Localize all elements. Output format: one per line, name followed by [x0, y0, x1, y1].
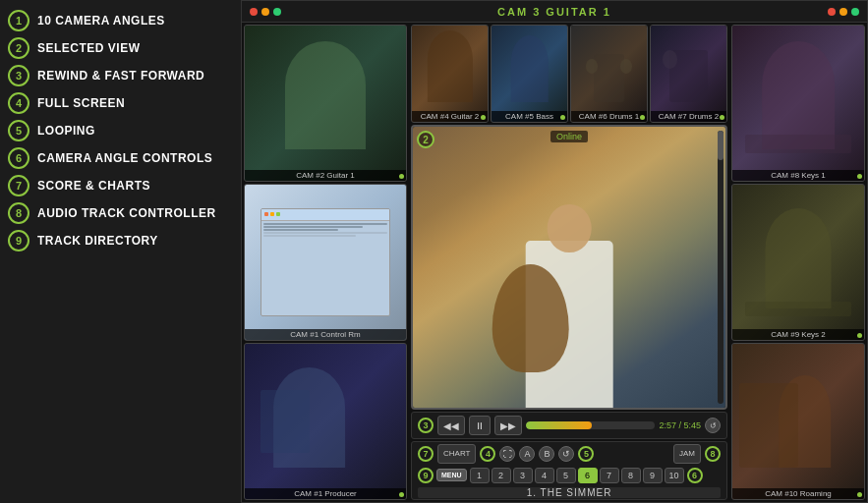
pause-button[interactable]: ⏸ [469, 416, 491, 435]
main-video-view[interactable]: Online 2 [411, 125, 727, 410]
cam-thumb-8[interactable]: CAM #8 Keys 1 [731, 25, 865, 182]
progress-bar[interactable] [526, 421, 655, 429]
cam-label-8: CAM #8 Keys 1 [732, 170, 864, 181]
sidebar-label-1: 10 CAMERA ANGLES [37, 14, 165, 28]
sidebar-item-7[interactable]: 7 SCORE & CHARTS [8, 175, 233, 196]
right-cam-column: CAM #8 Keys 1 CAM #9 Keys 2 CAM #10 Roam… [729, 23, 867, 502]
cam-num-btn-2[interactable]: 2 [492, 468, 511, 483]
sidebar-item-1[interactable]: 1 10 CAMERA ANGLES [8, 10, 233, 31]
cam-label-9: CAM #9 Keys 2 [732, 329, 864, 340]
cam-thumb-9[interactable]: CAM #9 Keys 2 [731, 184, 865, 341]
cam-label-10: CAM #10 Roaming [732, 488, 864, 499]
content-area: CAM #2 Guitar 1 [242, 23, 867, 502]
cam-thumb-6[interactable]: CAM #6 Drums 1 [570, 25, 648, 123]
cam-online-5 [560, 115, 565, 120]
cam-num-btn-8[interactable]: 8 [621, 468, 641, 483]
scrollbar-thumb [718, 131, 723, 160]
sidebar-item-4[interactable]: 4 FULL SCREEN [8, 92, 233, 114]
dot-green-r [851, 8, 859, 16]
main-scrollbar[interactable] [718, 131, 723, 404]
cam-label-control: CAM #1 Control Rm [245, 329, 406, 340]
cam-num-btn-10[interactable]: 10 [665, 468, 684, 483]
track-name-bar: 1. THE SIMMER [418, 487, 721, 498]
fullscreen-icon[interactable]: ⛶ [499, 446, 515, 462]
number-badge-4: 4 [480, 446, 495, 462]
sidebar-item-5[interactable]: 5 LOOPING [8, 120, 233, 141]
transport-controls: 3 ◀◀ ⏸ ▶▶ 2:57 / 5:45 ↺ [411, 412, 727, 439]
track-name: 1. THE SIMMER [527, 487, 612, 498]
play-button[interactable]: ▶▶ [494, 416, 522, 435]
time-display: 2:57 / 5:45 [659, 420, 701, 430]
loop-a-icon[interactable]: A [519, 446, 535, 462]
cam-label-producer: CAM #1 Producer [245, 488, 406, 499]
number-badge-6: 6 [687, 468, 703, 483]
cam-num-btn-7[interactable]: 7 [600, 468, 619, 483]
window-controls-right [828, 8, 859, 16]
cam-thumb-4[interactable]: CAM #4 Guitar 2 [411, 25, 489, 123]
cam-online-9 [857, 333, 862, 338]
sidebar-number-7: 7 [8, 175, 29, 196]
sidebar-item-8[interactable]: 8 AUDIO TRACK CONTROLLER [8, 202, 233, 224]
number-badge-7: 7 [418, 446, 434, 462]
sidebar-number-2: 2 [8, 37, 29, 59]
top-bar: CAM 3 GUITAR 1 [242, 1, 867, 23]
cam-online-8 [857, 174, 862, 179]
sidebar-number-4: 4 [8, 92, 29, 114]
cam-thumb-7[interactable]: CAM #7 Drums 2 [650, 25, 727, 123]
cam-num-btn-1[interactable]: 1 [470, 468, 490, 483]
sidebar-item-9[interactable]: 9 TRACK DIRECTORY [8, 230, 233, 252]
sidebar-number-1: 1 [8, 10, 29, 31]
sidebar-label-2: SELECTED VIEW [37, 41, 141, 55]
sidebar-item-2[interactable]: 2 SELECTED VIEW [8, 37, 233, 59]
sidebar-item-3[interactable]: 3 REWIND & FAST FORWARD [8, 65, 233, 86]
cam-label-2: CAM #2 Guitar 1 [245, 170, 406, 181]
jam-button[interactable]: JAM [673, 444, 701, 464]
sidebar-label-9: TRACK DIRECTORY [37, 234, 158, 248]
dot-yellow [261, 8, 269, 16]
loop-ab-icon[interactable]: ↺ [558, 446, 574, 462]
sidebar-number-5: 5 [8, 120, 29, 141]
cam-num-btn-6[interactable]: 6 [578, 468, 598, 483]
main-area: CAM 3 GUITAR 1 CAM #2 Guitar 1 [241, 0, 868, 503]
cam-thumb-2[interactable]: CAM #2 Guitar 1 [244, 25, 407, 182]
cam-label-7: CAM #7 Drums 2 [651, 111, 726, 122]
sidebar-number-6: 6 [8, 147, 29, 169]
cam-online-10 [857, 492, 862, 497]
cam-online-4 [481, 115, 486, 120]
sidebar-item-6[interactable]: 6 CAMERA ANGLE CONTROLS [8, 147, 233, 169]
center-area: CAM #4 Guitar 2 CAM #5 Bass [409, 23, 729, 502]
bottom-row-2: 9 MENU 12345678910 6 [418, 468, 721, 483]
sidebar-label-4: FULL SCREEN [37, 96, 125, 110]
dot-red-r [828, 8, 836, 16]
main-cam-badge: 2 [417, 131, 434, 148]
cam-thumb-5[interactable]: CAM #5 Bass [491, 25, 568, 123]
top-cams-row: CAM #4 Guitar 2 CAM #5 Bass [411, 25, 727, 123]
cam-num-btn-5[interactable]: 5 [556, 468, 576, 483]
cam-thumb-control[interactable]: CAM #1 Control Rm [244, 184, 407, 341]
loop-icon[interactable]: ↺ [705, 418, 721, 433]
cam-online-2 [399, 174, 404, 179]
menu-button[interactable]: MENU [436, 469, 467, 481]
cam-thumb-producer[interactable]: CAM #1 Producer [244, 343, 407, 500]
cam-online-7 [720, 115, 724, 120]
cam-num-btn-4[interactable]: 4 [535, 468, 554, 483]
rewind-button[interactable]: ◀◀ [437, 416, 465, 435]
cam-num-btn-3[interactable]: 3 [513, 468, 533, 483]
sidebar-label-5: LOOPING [37, 124, 95, 138]
cam-thumb-10[interactable]: CAM #10 Roaming [731, 343, 865, 500]
cam-online-6 [640, 115, 645, 120]
cam-num-btn-9[interactable]: 9 [643, 468, 663, 483]
chart-button[interactable]: CHART [437, 444, 476, 464]
number-badge-9: 9 [418, 468, 434, 483]
loop-b-icon[interactable]: B [539, 446, 554, 462]
dot-yellow-r [839, 8, 847, 16]
dot-red [250, 8, 258, 16]
cam-online-producer [399, 492, 404, 497]
window-controls-left [250, 8, 281, 16]
sidebar-label-8: AUDIO TRACK CONTROLLER [37, 206, 216, 220]
number-badge-5: 5 [578, 446, 594, 462]
bottom-controls: 7 CHART 4 ⛶ A B ↺ 5 JAM 8 9 MENU [411, 441, 727, 500]
progress-fill [526, 421, 592, 429]
main-view-status: Online [550, 131, 588, 142]
cam-label-5: CAM #5 Bass [492, 111, 567, 122]
